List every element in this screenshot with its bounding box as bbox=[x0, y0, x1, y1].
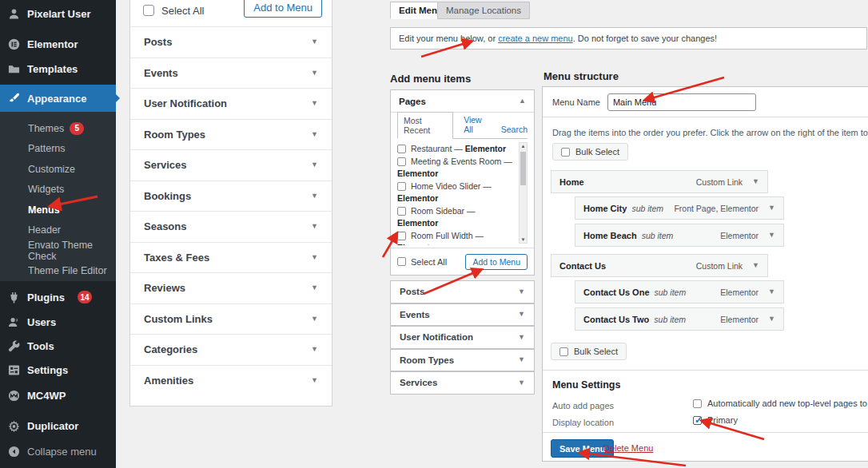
sidebar-item-users[interactable]: Users bbox=[0, 310, 116, 334]
accordion-user-notification[interactable]: User Notification bbox=[130, 88, 332, 119]
sidebar-item-label: Users bbox=[27, 316, 56, 328]
auto-add-checkbox[interactable] bbox=[693, 399, 702, 408]
item-expand-icon[interactable] bbox=[752, 262, 759, 269]
page-checkbox-item[interactable]: Meeting & Events Room — Elementor bbox=[397, 156, 528, 180]
accordion-categories[interactable]: Categories bbox=[130, 334, 332, 365]
menu-item-contact-us[interactable]: Contact Us Custom Link bbox=[551, 254, 768, 277]
sidebar-item-appearance[interactable]: Appearance bbox=[0, 85, 116, 112]
scrollbar-thumb[interactable] bbox=[520, 152, 526, 185]
sidebar-item-envato-theme-check[interactable]: Envato Theme Check bbox=[0, 240, 116, 261]
accordion-custom-links[interactable]: Custom Links bbox=[130, 303, 332, 335]
chevron-down-icon bbox=[311, 254, 318, 261]
pages-metabox-header[interactable]: Pages bbox=[391, 90, 534, 113]
sidebar-item-settings[interactable]: Settings bbox=[0, 358, 116, 382]
divider bbox=[543, 432, 868, 433]
add-to-menu-button[interactable]: Add to Menu bbox=[465, 254, 528, 270]
select-all-checkbox[interactable] bbox=[143, 5, 154, 16]
item-expand-icon[interactable] bbox=[768, 232, 775, 239]
checkbox[interactable] bbox=[397, 182, 406, 191]
menu-item-contact-us-one[interactable]: Contact Us One sub item Elementor bbox=[575, 280, 784, 303]
item-expand-icon[interactable] bbox=[752, 178, 759, 185]
bulk-select-toggle[interactable]: Bulk Select bbox=[552, 143, 628, 161]
elementor-icon bbox=[8, 38, 20, 50]
collapse-up-icon bbox=[519, 97, 526, 105]
sidebar-item-collapse-menu[interactable]: Collapse menu bbox=[0, 439, 116, 463]
pages-tabs: Most Recent View All Search bbox=[397, 121, 528, 139]
sidebar-item-tools[interactable]: Tools bbox=[0, 334, 116, 358]
accordion-user-notification[interactable]: User Notification bbox=[390, 326, 535, 349]
sidebar-item-themes[interactable]: Themes 5 bbox=[0, 118, 116, 139]
accordion-posts[interactable]: Posts bbox=[130, 26, 332, 58]
menu-name-input[interactable] bbox=[607, 93, 756, 111]
tab-view-all[interactable]: View All bbox=[464, 115, 491, 138]
tab-search[interactable]: Search bbox=[501, 125, 528, 138]
tab-most-recent[interactable]: Most Recent bbox=[397, 112, 453, 139]
bulk-select-toggle[interactable]: Bulk Select bbox=[551, 343, 627, 360]
checkbox[interactable] bbox=[397, 207, 406, 216]
menu-item-home-city[interactable]: Home City sub item Front Page, Elementor bbox=[575, 196, 784, 220]
sidebar-item-label: Duplicator bbox=[27, 420, 78, 432]
sidebar-item-mc4wp[interactable]: MC4WP bbox=[0, 383, 116, 407]
checkbox[interactable] bbox=[397, 157, 406, 166]
accordion-room-types[interactable]: Room Types bbox=[390, 349, 535, 372]
sidebar-item-plugins[interactable]: Plugins 14 bbox=[0, 285, 116, 309]
item-expand-icon[interactable] bbox=[768, 315, 775, 323]
item-expand-icon[interactable] bbox=[768, 288, 775, 295]
checkbox[interactable] bbox=[397, 232, 406, 240]
accordion-posts[interactable]: Posts bbox=[390, 280, 535, 303]
themes-update-badge: 5 bbox=[70, 122, 84, 135]
chevron-down-icon bbox=[311, 38, 318, 46]
item-expand-icon[interactable] bbox=[768, 204, 775, 212]
bulk-select-checkbox[interactable] bbox=[559, 347, 568, 356]
sidebar-item-label: Collapse menu bbox=[27, 446, 97, 458]
create-new-menu-link[interactable]: create a new menu bbox=[498, 34, 573, 43]
menu-settings-heading: Menu Settings bbox=[552, 379, 620, 391]
sidebar-item-pixelart-user[interactable]: Pixelart User bbox=[0, 2, 116, 26]
plugins-update-badge: 14 bbox=[78, 291, 92, 303]
menu-item-home[interactable]: Home Custom Link bbox=[551, 170, 768, 193]
sidebar-item-elementor[interactable]: Elementor bbox=[0, 32, 116, 56]
bulk-select-checkbox[interactable] bbox=[561, 148, 570, 157]
tab-manage-locations[interactable]: Manage Locations bbox=[437, 2, 530, 19]
add-menu-items-heading: Add menu items bbox=[390, 73, 471, 85]
scroll-up-icon[interactable]: ▲ bbox=[520, 144, 527, 149]
sidebar-item-menus[interactable]: Menus bbox=[0, 200, 116, 220]
scrollbar[interactable]: ▲ ▼ bbox=[519, 142, 528, 244]
menu-item-home-beach[interactable]: Home Beach sub item Elementor bbox=[575, 224, 784, 247]
menu-item-contact-us-two[interactable]: Contact Us Two sub item Elementor bbox=[575, 307, 784, 331]
page-checkbox-item[interactable]: Restaurant — Elementor bbox=[397, 143, 528, 156]
accordion-taxes-fees[interactable]: Taxes & Fees bbox=[130, 242, 332, 273]
accordion-amenities[interactable]: Amenities bbox=[130, 365, 332, 396]
scroll-down-icon[interactable]: ▼ bbox=[520, 237, 527, 242]
settings-icon bbox=[8, 364, 20, 376]
sidebar-item-theme-file-editor[interactable]: Theme File Editor bbox=[0, 261, 116, 282]
sidebar-item-label: Plugins bbox=[27, 292, 65, 303]
page-checkbox-item[interactable]: Home Video Slider — Elementor bbox=[397, 180, 528, 205]
accordion-services[interactable]: Services bbox=[130, 149, 332, 180]
sidebar-item-patterns[interactable]: Patterns bbox=[0, 139, 116, 160]
accordion-events[interactable]: Events bbox=[130, 58, 332, 89]
accordion-seasons[interactable]: Seasons bbox=[130, 211, 332, 242]
sidebar-item-header[interactable]: Header bbox=[0, 220, 116, 241]
page-checkbox-item[interactable]: Room Full Width — Elementor bbox=[397, 230, 528, 246]
checkbox[interactable] bbox=[397, 145, 406, 153]
delete-menu-link[interactable]: Delete Menu bbox=[603, 443, 653, 453]
sidebar-item-widgets[interactable]: Widgets bbox=[0, 180, 116, 200]
primary-checkbox[interactable] bbox=[693, 416, 702, 425]
select-all-checkbox[interactable] bbox=[397, 257, 406, 266]
chevron-down-icon bbox=[311, 284, 318, 292]
display-location-primary-option[interactable]: Primary bbox=[693, 415, 738, 425]
divider bbox=[543, 370, 868, 371]
accordion-events[interactable]: Events bbox=[390, 303, 535, 327]
accordion-room-types[interactable]: Room Types bbox=[130, 119, 332, 150]
add-to-menu-button[interactable]: Add to Menu bbox=[244, 0, 322, 18]
auto-add-pages-option[interactable]: Automatically add new top-level pages to… bbox=[693, 399, 868, 408]
accordion-services[interactable]: Services bbox=[390, 371, 535, 395]
sidebar-item-customize[interactable]: Customize bbox=[0, 159, 116, 180]
sidebar-item-duplicator[interactable]: Duplicator bbox=[0, 414, 116, 438]
page-checkbox-item[interactable]: Room Sidebar — Elementor bbox=[397, 205, 528, 230]
accordion-bookings[interactable]: Bookings bbox=[130, 180, 332, 212]
sidebar-item-templates[interactable]: Templates bbox=[0, 57, 116, 81]
accordion-reviews[interactable]: Reviews bbox=[130, 272, 332, 303]
chevron-down-icon bbox=[311, 161, 318, 169]
